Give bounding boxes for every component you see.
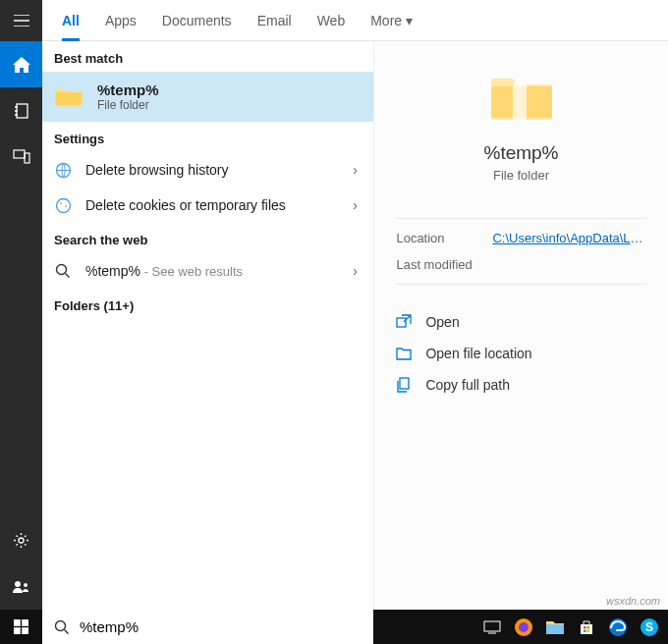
setting-delete-browsing[interactable]: Delete browsing history › <box>42 152 373 188</box>
preview-title: %temp% <box>483 142 558 164</box>
start-button[interactable] <box>0 610 42 644</box>
firefox-icon[interactable] <box>509 610 538 644</box>
divider <box>396 284 645 285</box>
svg-point-8 <box>60 202 62 204</box>
search-icon <box>54 619 70 635</box>
divider <box>396 218 645 219</box>
explorer-icon[interactable] <box>540 610 570 644</box>
taskbar-tray: S <box>473 610 668 644</box>
svg-point-18 <box>56 620 66 630</box>
taskbar: S <box>0 610 668 644</box>
svg-rect-23 <box>584 626 586 629</box>
best-match-result[interactable]: %temp% File folder <box>42 72 373 122</box>
copy-icon <box>396 377 412 393</box>
action-copy-path[interactable]: Copy full path <box>396 369 645 401</box>
tab-web[interactable]: Web <box>317 0 346 41</box>
svg-rect-15 <box>22 619 28 626</box>
location-label: Location <box>396 231 492 245</box>
svg-rect-0 <box>17 104 28 118</box>
tab-email[interactable]: Email <box>257 0 292 41</box>
chevron-down-icon: ▾ <box>406 13 413 28</box>
store-icon[interactable] <box>572 610 601 644</box>
chevron-right-icon: › <box>353 162 358 178</box>
preview-pane: %temp% File folder Location C:\Users\inf… <box>373 41 668 610</box>
web-result[interactable]: %temp% - See web results › <box>42 253 373 289</box>
hamburger-button[interactable] <box>0 0 42 41</box>
svg-rect-24 <box>587 626 590 629</box>
setting-delete-cookies[interactable]: Delete cookies or temporary files › <box>42 188 373 223</box>
section-folders: Folders (11+) <box>42 289 373 319</box>
section-best-match: Best match <box>42 41 373 72</box>
svg-point-7 <box>56 198 70 212</box>
location-link[interactable]: C:\Users\info\AppData\Loca <box>492 231 645 245</box>
chevron-right-icon: › <box>353 197 358 213</box>
action-open-location[interactable]: Open file location <box>396 338 645 369</box>
search-input[interactable] <box>80 618 362 635</box>
svg-rect-11 <box>513 82 527 120</box>
tab-all[interactable]: All <box>62 0 80 41</box>
modified-label: Last modified <box>396 257 492 272</box>
best-match-subtitle: File folder <box>97 98 159 112</box>
search-results: Best match %temp% File folder Settings D… <box>42 41 373 610</box>
best-match-title: %temp% <box>97 81 159 98</box>
tab-more[interactable]: More ▾ <box>370 0 413 41</box>
taskview-button[interactable] <box>477 610 507 644</box>
section-settings: Settings <box>42 122 373 152</box>
svg-rect-13 <box>400 378 409 389</box>
svg-rect-22 <box>546 624 564 634</box>
svg-rect-25 <box>584 629 586 632</box>
search-tabs: All Apps Documents Email Web More ▾ <box>42 0 668 41</box>
svg-point-5 <box>24 583 28 587</box>
svg-point-21 <box>519 622 529 632</box>
svg-rect-19 <box>484 621 500 631</box>
section-web: Search the web <box>42 223 373 253</box>
folder-icon-large <box>487 71 556 125</box>
action-open[interactable]: Open <box>396 306 645 338</box>
cortana-sidebar <box>0 0 42 610</box>
svg-rect-16 <box>14 627 21 634</box>
home-button[interactable] <box>0 41 42 87</box>
svg-rect-14 <box>14 619 21 626</box>
feedback-button[interactable] <box>0 564 42 610</box>
svg-point-4 <box>15 581 21 587</box>
devices-button[interactable] <box>0 134 42 180</box>
svg-point-10 <box>57 265 67 275</box>
notebook-button[interactable] <box>0 87 42 134</box>
tab-documents[interactable]: Documents <box>162 0 232 41</box>
browsing-icon <box>54 161 72 179</box>
folder-open-icon <box>396 346 412 361</box>
folder-icon <box>54 85 84 109</box>
cookies-icon <box>54 196 72 214</box>
svg-rect-26 <box>587 629 590 632</box>
watermark: wsxdn.com <box>606 595 660 607</box>
edge-icon[interactable] <box>603 610 633 644</box>
tab-apps[interactable]: Apps <box>105 0 137 41</box>
svg-rect-2 <box>25 153 29 163</box>
svg-point-3 <box>19 538 24 543</box>
open-icon <box>396 314 412 330</box>
taskbar-search[interactable] <box>42 610 373 644</box>
skype-icon[interactable]: S <box>635 610 664 644</box>
svg-rect-17 <box>22 627 28 634</box>
search-icon <box>54 262 72 280</box>
svg-point-9 <box>65 205 67 207</box>
svg-rect-1 <box>14 150 25 158</box>
settings-button[interactable] <box>0 517 42 564</box>
preview-type: File folder <box>493 168 549 183</box>
svg-rect-12 <box>397 318 406 327</box>
chevron-right-icon: › <box>353 263 358 279</box>
svg-text:S: S <box>645 620 653 634</box>
